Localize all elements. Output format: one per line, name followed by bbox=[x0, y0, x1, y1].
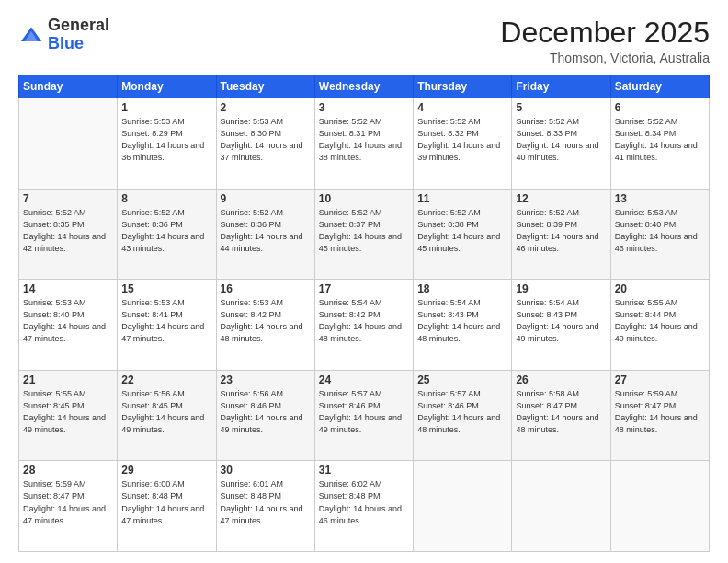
day-cell: 21Sunrise: 5:55 AMSunset: 8:45 PMDayligh… bbox=[19, 370, 118, 461]
sunset-label: Sunset: 8:35 PM bbox=[23, 220, 85, 229]
day-cell: 18Sunrise: 5:54 AMSunset: 8:43 PMDayligh… bbox=[414, 280, 512, 371]
day-number: 3 bbox=[319, 101, 409, 114]
sunrise-label: Sunrise: 5:52 AM bbox=[319, 208, 382, 217]
day-cell: 28Sunrise: 5:59 AMSunset: 8:47 PMDayligh… bbox=[19, 461, 118, 552]
day-cell: 11Sunrise: 5:52 AMSunset: 8:38 PMDayligh… bbox=[414, 189, 512, 280]
daylight-label: Daylight: 14 hours and 48 minutes. bbox=[417, 322, 500, 343]
daylight-label: Daylight: 14 hours and 47 minutes. bbox=[221, 504, 303, 525]
logo-icon bbox=[18, 22, 44, 48]
sunrise-label: Sunrise: 5:56 AM bbox=[121, 389, 185, 398]
sunset-label: Sunset: 8:38 PM bbox=[417, 220, 479, 229]
logo-blue-text: Blue bbox=[48, 34, 84, 52]
day-number: 1 bbox=[121, 101, 211, 114]
day-info: Sunrise: 6:02 AMSunset: 8:48 PMDaylight:… bbox=[319, 478, 409, 526]
day-info: Sunrise: 6:00 AMSunset: 8:48 PMDaylight:… bbox=[121, 478, 211, 526]
day-cell: 6Sunrise: 5:52 AMSunset: 8:34 PMDaylight… bbox=[610, 98, 709, 190]
daylight-label: Daylight: 14 hours and 37 minutes. bbox=[221, 141, 303, 162]
sunrise-label: Sunrise: 5:53 AM bbox=[615, 208, 678, 217]
sunset-label: Sunset: 8:36 PM bbox=[121, 220, 183, 229]
day-cell: 13Sunrise: 5:53 AMSunset: 8:40 PMDayligh… bbox=[610, 189, 709, 280]
day-info: Sunrise: 5:57 AMSunset: 8:46 PMDaylight:… bbox=[319, 388, 409, 436]
day-info: Sunrise: 5:52 AMSunset: 8:32 PMDaylight:… bbox=[417, 116, 507, 164]
day-info: Sunrise: 5:53 AMSunset: 8:40 PMDaylight:… bbox=[615, 207, 705, 255]
sunset-label: Sunset: 8:48 PM bbox=[221, 491, 282, 500]
location: Thomson, Victoria, Australia bbox=[500, 51, 710, 65]
daylight-label: Daylight: 14 hours and 36 minutes. bbox=[121, 141, 204, 162]
daylight-label: Daylight: 14 hours and 39 minutes. bbox=[417, 141, 500, 162]
sunrise-label: Sunrise: 5:57 AM bbox=[319, 389, 382, 398]
daylight-label: Daylight: 14 hours and 44 minutes. bbox=[221, 232, 303, 253]
day-info: Sunrise: 5:52 AMSunset: 8:37 PMDaylight:… bbox=[319, 207, 409, 255]
day-cell: 9Sunrise: 5:52 AMSunset: 8:36 PMDaylight… bbox=[216, 189, 314, 280]
day-number: 11 bbox=[417, 192, 507, 205]
day-number: 17 bbox=[319, 282, 409, 295]
sunset-label: Sunset: 8:48 PM bbox=[121, 491, 183, 500]
day-cell: 23Sunrise: 5:56 AMSunset: 8:46 PMDayligh… bbox=[216, 370, 314, 461]
sunrise-label: Sunrise: 5:54 AM bbox=[417, 298, 481, 307]
sunset-label: Sunset: 8:45 PM bbox=[121, 401, 183, 410]
daylight-label: Daylight: 14 hours and 40 minutes. bbox=[516, 141, 598, 162]
day-number: 9 bbox=[221, 192, 311, 205]
week-row-4: 21Sunrise: 5:55 AMSunset: 8:45 PMDayligh… bbox=[19, 370, 710, 461]
sunset-label: Sunset: 8:42 PM bbox=[319, 310, 381, 319]
daylight-label: Daylight: 14 hours and 49 minutes. bbox=[23, 413, 106, 434]
daylight-label: Daylight: 14 hours and 49 minutes. bbox=[516, 322, 598, 343]
daylight-label: Daylight: 14 hours and 43 minutes. bbox=[121, 232, 204, 253]
daylight-label: Daylight: 14 hours and 49 minutes. bbox=[615, 322, 698, 343]
week-row-2: 7Sunrise: 5:52 AMSunset: 8:35 PMDaylight… bbox=[19, 189, 710, 280]
day-cell: 29Sunrise: 6:00 AMSunset: 8:48 PMDayligh… bbox=[118, 461, 216, 552]
weekday-tuesday: Tuesday bbox=[216, 75, 314, 98]
sunrise-label: Sunrise: 5:53 AM bbox=[221, 298, 284, 307]
weekday-sunday: Sunday bbox=[19, 75, 118, 98]
sunset-label: Sunset: 8:47 PM bbox=[615, 401, 677, 410]
day-number: 21 bbox=[23, 373, 113, 386]
day-cell bbox=[414, 461, 512, 552]
day-info: Sunrise: 5:59 AMSunset: 8:47 PMDaylight:… bbox=[615, 388, 705, 436]
sunset-label: Sunset: 8:40 PM bbox=[23, 310, 85, 319]
sunset-label: Sunset: 8:32 PM bbox=[417, 129, 479, 138]
day-cell bbox=[610, 461, 709, 552]
day-number: 27 bbox=[615, 373, 705, 386]
day-info: Sunrise: 5:58 AMSunset: 8:47 PMDaylight:… bbox=[516, 388, 606, 436]
week-row-5: 28Sunrise: 5:59 AMSunset: 8:47 PMDayligh… bbox=[19, 461, 710, 552]
week-row-3: 14Sunrise: 5:53 AMSunset: 8:40 PMDayligh… bbox=[19, 280, 710, 371]
daylight-label: Daylight: 14 hours and 46 minutes. bbox=[615, 232, 698, 253]
daylight-label: Daylight: 14 hours and 47 minutes. bbox=[121, 504, 204, 525]
daylight-label: Daylight: 14 hours and 49 minutes. bbox=[121, 413, 204, 434]
day-info: Sunrise: 5:52 AMSunset: 8:33 PMDaylight:… bbox=[516, 116, 606, 164]
day-number: 4 bbox=[417, 101, 507, 114]
sunrise-label: Sunrise: 5:53 AM bbox=[23, 298, 86, 307]
sunrise-label: Sunrise: 5:59 AM bbox=[615, 389, 678, 398]
day-info: Sunrise: 5:52 AMSunset: 8:36 PMDaylight:… bbox=[121, 207, 211, 255]
day-cell: 1Sunrise: 5:53 AMSunset: 8:29 PMDaylight… bbox=[118, 98, 216, 190]
weekday-saturday: Saturday bbox=[610, 75, 709, 98]
day-info: Sunrise: 5:52 AMSunset: 8:35 PMDaylight:… bbox=[23, 207, 113, 255]
sunrise-label: Sunrise: 5:52 AM bbox=[121, 208, 185, 217]
sunrise-label: Sunrise: 5:54 AM bbox=[319, 298, 382, 307]
day-cell: 25Sunrise: 5:57 AMSunset: 8:46 PMDayligh… bbox=[414, 370, 512, 461]
daylight-label: Daylight: 14 hours and 46 minutes. bbox=[516, 232, 598, 253]
sunset-label: Sunset: 8:42 PM bbox=[221, 310, 282, 319]
sunrise-label: Sunrise: 5:52 AM bbox=[417, 208, 481, 217]
sunset-label: Sunset: 8:46 PM bbox=[221, 401, 282, 410]
calendar-table: SundayMondayTuesdayWednesdayThursdayFrid… bbox=[18, 75, 710, 552]
sunset-label: Sunset: 8:43 PM bbox=[516, 310, 577, 319]
sunrise-label: Sunrise: 5:55 AM bbox=[23, 389, 86, 398]
sunset-label: Sunset: 8:34 PM bbox=[615, 129, 677, 138]
day-number: 2 bbox=[221, 101, 311, 114]
day-number: 24 bbox=[319, 373, 409, 386]
day-info: Sunrise: 5:53 AMSunset: 8:29 PMDaylight:… bbox=[121, 116, 211, 164]
sunrise-label: Sunrise: 5:52 AM bbox=[516, 117, 579, 126]
day-cell: 4Sunrise: 5:52 AMSunset: 8:32 PMDaylight… bbox=[414, 98, 512, 190]
day-info: Sunrise: 5:53 AMSunset: 8:41 PMDaylight:… bbox=[121, 297, 211, 345]
sunrise-label: Sunrise: 5:57 AM bbox=[417, 389, 481, 398]
day-info: Sunrise: 5:52 AMSunset: 8:34 PMDaylight:… bbox=[615, 116, 705, 164]
day-number: 29 bbox=[121, 464, 211, 477]
day-number: 31 bbox=[319, 464, 409, 477]
daylight-label: Daylight: 14 hours and 42 minutes. bbox=[23, 232, 106, 253]
sunrise-label: Sunrise: 5:52 AM bbox=[417, 117, 481, 126]
day-info: Sunrise: 5:54 AMSunset: 8:42 PMDaylight:… bbox=[319, 297, 409, 345]
daylight-label: Daylight: 14 hours and 48 minutes. bbox=[615, 413, 698, 434]
day-info: Sunrise: 5:55 AMSunset: 8:44 PMDaylight:… bbox=[615, 297, 705, 345]
day-number: 5 bbox=[516, 101, 606, 114]
